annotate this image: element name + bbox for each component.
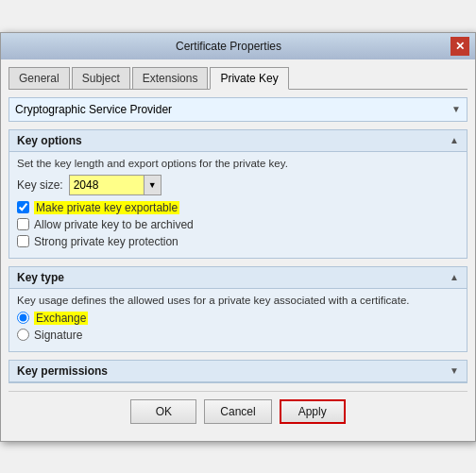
radio-signature[interactable] [17,329,29,341]
csp-dropdown-arrow: ▼ [451,104,461,114]
key-options-body: Set the key length and export options fo… [9,152,467,258]
key-type-header[interactable]: Key type ▲ [9,267,467,289]
radio-signature-row: Signature [17,329,459,342]
radio-exchange-label: Exchange [34,312,88,325]
key-permissions-header[interactable]: Key permissions ▼ [9,361,467,382]
radio-signature-label: Signature [34,329,82,342]
button-bar: OK Cancel Apply [8,391,468,433]
key-type-section: Key type ▲ Key usage defines the allowed… [8,266,468,352]
checkbox-protection[interactable] [17,235,29,247]
radio-exchange[interactable] [17,312,29,324]
checkbox-exportable[interactable] [17,201,29,213]
checkbox-archived-row: Allow private key to be archived [17,218,459,231]
key-type-body: Key usage defines the allowed uses for a… [9,289,467,351]
tab-general[interactable]: General [8,67,70,89]
cancel-button[interactable]: Cancel [204,399,271,424]
key-size-label: Key size: [17,178,63,192]
title-bar: Certificate Properties ✕ [1,33,475,59]
key-options-arrow: ▲ [450,135,459,145]
certificate-properties-window: Certificate Properties ✕ General Subject… [0,32,476,442]
window-title: Certificate Properties [7,40,450,53]
checkbox-exportable-row: Make private key exportable [17,201,459,214]
key-options-section: Key options ▲ Set the key length and exp… [8,129,468,259]
key-options-header[interactable]: Key options ▲ [9,130,467,152]
close-button[interactable]: ✕ [450,37,469,56]
checkbox-protection-row: Strong private key protection [17,235,459,248]
key-size-wrapper: ▼ [69,175,162,195]
csp-dropdown[interactable]: Cryptographic Service Provider ▼ [8,97,468,122]
checkbox-archived[interactable] [17,218,29,230]
radio-exchange-row: Exchange [17,312,459,325]
key-size-row: Key size: ▼ [17,175,459,195]
key-options-description: Set the key length and export options fo… [17,158,459,169]
key-type-arrow: ▲ [450,272,459,282]
checkbox-exportable-label: Make private key exportable [34,201,179,214]
window-content: General Subject Extensions Private Key C… [1,59,475,441]
tab-bar: General Subject Extensions Private Key [8,67,468,90]
apply-button[interactable]: Apply [280,399,346,424]
key-size-input[interactable] [69,175,144,195]
key-options-title: Key options [17,134,82,147]
csp-label: Cryptographic Service Provider [15,103,172,116]
key-permissions-section: Key permissions ▼ [8,360,468,383]
key-permissions-title: Key permissions [17,364,108,378]
tab-private-key[interactable]: Private Key [210,67,288,90]
tab-extensions[interactable]: Extensions [132,67,209,89]
checkbox-protection-label: Strong private key protection [34,235,178,248]
checkbox-archived-label: Allow private key to be archived [34,218,194,231]
ok-button[interactable]: OK [130,399,196,424]
key-size-dropdown-arrow[interactable]: ▼ [144,175,162,195]
key-type-description: Key usage defines the allowed uses for a… [17,295,459,306]
key-type-title: Key type [17,271,64,284]
key-permissions-arrow: ▼ [450,365,459,376]
tab-subject[interactable]: Subject [72,67,130,89]
